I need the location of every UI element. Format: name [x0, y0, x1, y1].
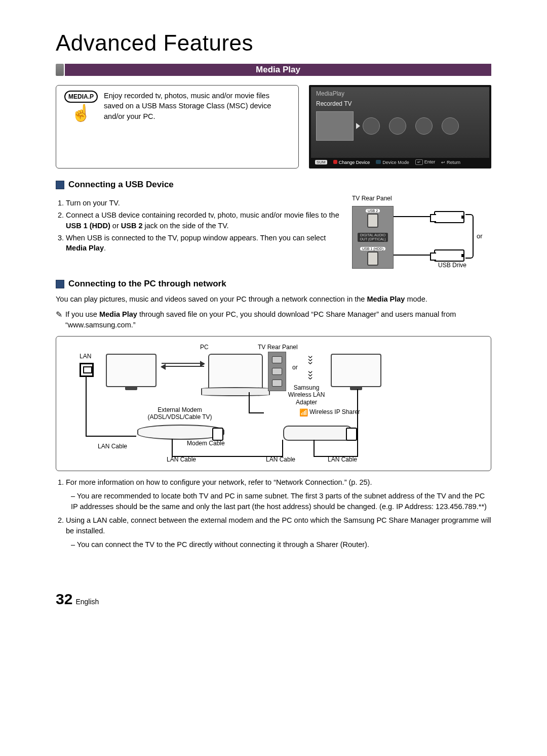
- wire-line: [357, 389, 358, 457]
- rear-port-slot-icon: [272, 356, 282, 363]
- label-or: or: [292, 364, 298, 371]
- network-bottom-1: For more information on how to configure…: [66, 477, 491, 512]
- page-footer: 32 English: [56, 591, 491, 608]
- enter-icon: ↵: [415, 159, 423, 165]
- intro-box: MEDIA.P ☝ Enjoy recorded tv, photos, mus…: [56, 85, 299, 169]
- note-icon: ✎: [56, 309, 62, 330]
- usb-step-2: Connect a USB device containing recorded…: [66, 210, 342, 231]
- rear-port-slot-icon: [272, 368, 282, 375]
- wire-line: [314, 440, 315, 457]
- arrow-left-icon: [162, 366, 204, 367]
- cable-plug-icon: [212, 428, 223, 441]
- hand-icon: ☝: [71, 105, 91, 121]
- wire-line: [172, 456, 282, 457]
- label-tv-rear: TV Rear Panel: [258, 344, 298, 351]
- network-note-text: If you use Media Play through saved file…: [65, 309, 491, 330]
- label-wireless-ip-sharer: Wireless IP Sharer: [309, 408, 360, 415]
- tv-right-icon: [331, 354, 381, 387]
- remote-button-graphic: MEDIA.P ☝: [64, 91, 98, 133]
- tv-subtitle: Recorded TV: [311, 98, 489, 108]
- network-bottom-1-sub-1: You are recommended to locate both TV an…: [71, 491, 491, 512]
- wifi-signal-icon: ›››: [305, 355, 316, 364]
- wire-line: [172, 439, 173, 457]
- lan-wall-port-icon: [80, 363, 94, 377]
- wire-line: [86, 436, 136, 437]
- wire-line: [249, 392, 250, 412]
- label-samsung-adapter: Samsung Wireless LAN Adapter: [281, 384, 332, 406]
- usb-step-list: Turn on your TV. Connect a USB device co…: [56, 198, 342, 253]
- tv-icon-row: [311, 108, 489, 144]
- tv-music-icon: [415, 117, 433, 135]
- usb-step-3: When USB is connected to the TV, popup w…: [66, 233, 342, 254]
- section-head-usb: Connecting a USB Device: [56, 180, 491, 190]
- tv-title: MediaPlay: [311, 87, 489, 98]
- wire-bottom: [394, 255, 433, 256]
- intro-row: MEDIA.P ☝ Enjoy recorded tv, photos, mus…: [56, 85, 491, 169]
- network-bottom-2: Using a LAN cable, connect between the e…: [66, 515, 491, 550]
- wire-line: [86, 376, 87, 436]
- network-diagram: PC TV Rear Panel LAN or ››› ››› Samsung …: [56, 336, 491, 471]
- section-title-usb: Connecting a USB Device: [68, 180, 174, 190]
- wifi-signal-icon: ›››: [305, 370, 316, 380]
- remote-button-label: MEDIA.P: [64, 91, 98, 103]
- network-bottom-list: For more information on how to configure…: [56, 477, 491, 550]
- router-icon: [283, 426, 352, 441]
- tv-footer: SUM Change Device Device Mode ↵Enter ↩ R…: [311, 158, 489, 166]
- network-note: ✎ If you use Media Play through saved fi…: [56, 309, 491, 330]
- usb-diagram: USB 2 DIGITAL AUDIO OUT (OPTICAL) USB 1 …: [352, 204, 491, 270]
- label-external-modem: External Modem (ADSL/VDSL/Cable TV): [144, 406, 215, 421]
- wire-line: [314, 456, 357, 457]
- port-usb2: USB 2: [358, 209, 388, 228]
- usb-row: Turn on your TV. Connect a USB device co…: [56, 195, 491, 270]
- tv-footer-enter: ↵Enter: [415, 159, 436, 165]
- tv-footer-device-mode: Device Mode: [376, 160, 409, 165]
- port-usb1-slot-icon: [367, 251, 378, 266]
- cable-plug-icon: [346, 428, 357, 441]
- network-bottom-2-sub-1: You can connect the TV to the PC directl…: [71, 539, 491, 550]
- label-modem-cable: Modem Cable: [187, 440, 225, 447]
- header-bar-label: Media Play: [65, 64, 491, 76]
- wire-line: [249, 412, 264, 413]
- manual-page: Advanced Features Media Play MEDIA.P ☝ E…: [0, 0, 547, 628]
- label-lan-cable-1: LAN Cable: [98, 443, 127, 450]
- tv-screenshot: MediaPlay Recorded TV SUM Change Device …: [309, 85, 491, 169]
- usb-step-1: Turn on your TV.: [66, 198, 342, 208]
- section-square-icon: [56, 280, 64, 288]
- tv-photo-icon: [389, 117, 406, 135]
- page-number: 32: [56, 591, 72, 608]
- usb-drive-top-icon: [434, 211, 464, 223]
- section-square-icon: [56, 181, 64, 189]
- usb-drive-bottom-icon: [434, 249, 464, 262]
- arrows-tv-pc: [162, 363, 204, 367]
- section-title-network: Connecting to the PC through network: [68, 279, 226, 289]
- blue-chip-icon: [376, 160, 381, 164]
- port-usb1-label: USB 1 (HDD): [360, 247, 385, 250]
- network-bottom-1-sub: You are recommended to locate both TV an…: [66, 491, 491, 512]
- usb-or: or: [477, 232, 483, 240]
- wifi-small-icon: 📶: [299, 408, 308, 416]
- tv-footer-change: Change Device: [333, 160, 370, 165]
- port-usb2-label: USB 2: [366, 209, 380, 213]
- tv-settings-icon: [442, 117, 459, 135]
- page-title: Advanced Features: [56, 30, 491, 56]
- network-intro: You can play pictures, music and videos …: [56, 294, 491, 304]
- bracket-icon: [465, 214, 474, 259]
- tv-rear-panel-label: TV Rear Panel: [352, 195, 491, 202]
- port-optical: DIGITAL AUDIO OUT (OPTICAL): [358, 233, 388, 241]
- label-lan-cable-3: LAN Cable: [266, 456, 295, 463]
- rear-port-slot-icon: [272, 380, 282, 387]
- laptop-icon: [208, 354, 263, 390]
- tv-footer-return: ↩ Return: [441, 160, 460, 165]
- label-lan: LAN: [80, 353, 91, 360]
- tv-thumb-icon: [316, 111, 354, 141]
- wire-top: [394, 216, 433, 217]
- red-dot-icon: [333, 160, 337, 164]
- port-optical-label: DIGITAL AUDIO OUT (OPTICAL): [358, 233, 388, 241]
- tv-footer-sum: SUM: [315, 160, 327, 164]
- usb-panel: TV Rear Panel USB 2 DIGITAL AUDIO OUT (O…: [352, 195, 491, 270]
- label-lan-cable-2: LAN Cable: [167, 456, 196, 463]
- page-language: English: [75, 598, 99, 606]
- modem-icon: [137, 425, 224, 440]
- tv-disc-icon: [363, 117, 380, 135]
- usb-steps: Turn on your TV. Connect a USB device co…: [56, 195, 342, 255]
